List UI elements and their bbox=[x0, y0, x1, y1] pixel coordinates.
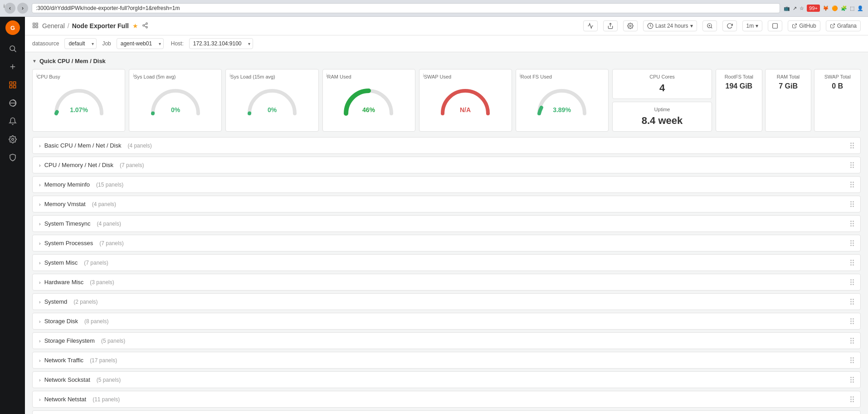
refresh-button[interactable] bbox=[722, 20, 737, 31]
section-dots-system-timesync[interactable] bbox=[850, 221, 854, 227]
section-dots-storage-disk[interactable] bbox=[850, 318, 854, 324]
sidebar-item-dashboards[interactable] bbox=[4, 77, 22, 93]
section-dots-memory-meminfo[interactable] bbox=[850, 182, 854, 187]
sidebar-item-search[interactable] bbox=[4, 40, 22, 57]
section-dots-network-netstat[interactable] bbox=[850, 396, 854, 402]
zoom-button[interactable] bbox=[702, 20, 717, 31]
github-button[interactable]: GitHub bbox=[788, 20, 820, 31]
section-dots-memory-vmstat[interactable] bbox=[850, 201, 854, 207]
section-header-system-timesync[interactable]: › System Timesync (4 panels) bbox=[33, 216, 860, 232]
cpu-busy-info[interactable]: i bbox=[36, 73, 37, 78]
back-button[interactable]: ‹ bbox=[5, 3, 15, 14]
chart-button[interactable] bbox=[583, 20, 598, 31]
cpu-cores-title: CPU Cores bbox=[617, 74, 707, 79]
svg-rect-28 bbox=[773, 24, 778, 29]
refresh-interval-button[interactable]: 1m ▾ bbox=[742, 20, 763, 31]
section-left-basic-cpu: › Basic CPU / Mem / Net / Disk (4 panels… bbox=[39, 142, 152, 149]
section-dots-network-traffic[interactable] bbox=[850, 357, 854, 363]
svg-line-30 bbox=[832, 24, 835, 27]
section-header-node-exporter[interactable]: › Node Exporter (2 panels) bbox=[33, 411, 860, 414]
section-header-storage-disk[interactable]: › Storage Disk (8 panels) bbox=[33, 313, 860, 329]
section-chevron-systemd: › bbox=[39, 299, 41, 305]
section-dots-cpu-memory[interactable] bbox=[850, 162, 854, 168]
sys-load-15m-gauge: 0% bbox=[230, 82, 313, 118]
section-dots-network-sockstat[interactable] bbox=[850, 377, 854, 383]
dots-icon-storage-filesystem bbox=[850, 338, 854, 344]
section-header-hardware-misc[interactable]: › Hardware Misc (3 panels) bbox=[33, 274, 860, 290]
section-memory-meminfo: › Memory Meminfo (15 panels) bbox=[32, 176, 861, 193]
favorite-icon[interactable]: ★ bbox=[132, 22, 138, 30]
section-dots-system-processes[interactable] bbox=[850, 240, 854, 246]
section-title-network-netstat: Network Netstat bbox=[44, 396, 86, 403]
root-fs-panel: i Root FS Used 3.89% bbox=[516, 69, 609, 132]
section-cpu-memory: › CPU / Memory / Net / Disk (7 panels) bbox=[32, 157, 861, 173]
share-icon[interactable] bbox=[142, 22, 148, 30]
sidebar-item-add[interactable] bbox=[4, 59, 22, 75]
grafana-logo[interactable]: G bbox=[5, 20, 20, 35]
section-count-memory-vmstat: (4 panels) bbox=[92, 201, 116, 207]
cpu-busy-title: CPU Busy bbox=[37, 74, 120, 79]
time-range-chevron: ▾ bbox=[690, 23, 693, 29]
dots-icon-system-misc bbox=[850, 260, 854, 266]
svg-rect-15 bbox=[36, 26, 38, 28]
dashboard-title: Node Exporter Full bbox=[72, 22, 129, 30]
section-dots-hardware-misc[interactable] bbox=[850, 279, 854, 285]
grafana-button[interactable]: Grafana bbox=[826, 20, 861, 31]
section-header-system-processes[interactable]: › System Processes (7 panels) bbox=[33, 235, 860, 251]
section-chevron-basic-cpu: › bbox=[39, 143, 41, 148]
section-header-basic-cpu[interactable]: › Basic CPU / Mem / Net / Disk (4 panels… bbox=[33, 138, 860, 153]
section-header-network-sockstat[interactable]: › Network Sockstat (5 panels) bbox=[33, 372, 860, 388]
sidebar: G bbox=[0, 17, 25, 414]
svg-rect-9 bbox=[13, 86, 15, 88]
quick-section-chevron: ▼ bbox=[32, 59, 37, 64]
ram-used-info[interactable]: i bbox=[327, 73, 327, 78]
root-fs-info[interactable]: i bbox=[520, 73, 521, 78]
section-basic-cpu: › Basic CPU / Mem / Net / Disk (4 panels… bbox=[32, 137, 861, 154]
section-header-memory-meminfo[interactable]: › Memory Meminfo (15 panels) bbox=[33, 177, 860, 192]
topbar: General / Node Exporter Full ★ bbox=[25, 17, 868, 35]
quick-section-header[interactable]: ▼ Quick CPU / Mem / Disk bbox=[32, 58, 861, 64]
section-header-network-netstat[interactable]: › Network Netstat (11 panels) bbox=[33, 391, 860, 407]
section-title-system-misc: System Misc bbox=[44, 259, 78, 266]
browser-url[interactable]: :3000/d/rYdddlPWk/node-exporter-full?org… bbox=[32, 3, 780, 13]
root-fs-gauge: 3.89% bbox=[521, 82, 604, 118]
svg-line-29 bbox=[794, 24, 797, 27]
swap-used-panel: i SWAP Used N/A bbox=[419, 69, 512, 132]
breadcrumb-home[interactable]: General bbox=[42, 22, 65, 30]
datasource-select[interactable]: default bbox=[64, 38, 97, 49]
section-dots-basic-cpu[interactable] bbox=[850, 143, 854, 148]
section-left-system-misc: › System Misc (7 panels) bbox=[39, 259, 108, 266]
section-header-network-traffic[interactable]: › Network Traffic (17 panels) bbox=[33, 352, 860, 368]
section-header-cpu-memory[interactable]: › CPU / Memory / Net / Disk (7 panels) bbox=[33, 157, 860, 173]
svg-point-2 bbox=[10, 46, 15, 51]
section-dots-systemd[interactable] bbox=[850, 299, 854, 305]
section-header-systemd[interactable]: › Systemd (2 panels) bbox=[33, 294, 860, 310]
settings-button[interactable] bbox=[623, 20, 638, 31]
section-left-system-timesync: › System Timesync (4 panels) bbox=[39, 220, 121, 227]
section-dots-system-misc[interactable] bbox=[850, 260, 854, 266]
sys-load-5m-info[interactable]: i bbox=[133, 73, 134, 78]
sidebar-item-security[interactable] bbox=[4, 149, 22, 166]
dots-icon-system-processes bbox=[850, 240, 854, 246]
host-select[interactable]: 172.31.32.104:9100 bbox=[189, 38, 253, 49]
sys-load-15m-info[interactable]: i bbox=[229, 73, 230, 78]
svg-point-11 bbox=[11, 138, 14, 141]
time-range-button[interactable]: Last 24 hours ▾ bbox=[643, 20, 697, 31]
section-title-system-processes: System Processes bbox=[44, 240, 93, 246]
share-dashboard-button[interactable] bbox=[603, 20, 618, 31]
job-select[interactable]: agent-web01 bbox=[117, 38, 164, 49]
section-title-network-sockstat: Network Sockstat bbox=[44, 376, 90, 383]
section-left-systemd: › Systemd (2 panels) bbox=[39, 298, 98, 305]
svg-point-17 bbox=[143, 25, 145, 26]
sidebar-item-settings[interactable] bbox=[4, 131, 22, 148]
swap-used-info[interactable]: i bbox=[423, 73, 424, 78]
svg-text:0%: 0% bbox=[171, 106, 180, 113]
forward-button[interactable]: › bbox=[17, 3, 28, 14]
section-header-system-misc[interactable]: › System Misc (7 panels) bbox=[33, 255, 860, 271]
sidebar-item-explore[interactable] bbox=[4, 95, 22, 111]
section-header-memory-vmstat[interactable]: › Memory Vmstat (4 panels) bbox=[33, 196, 860, 212]
sidebar-item-alerts[interactable] bbox=[4, 113, 22, 129]
section-dots-storage-filesystem[interactable] bbox=[850, 338, 854, 344]
panel-expand-button[interactable] bbox=[768, 20, 782, 31]
section-header-storage-filesystem[interactable]: › Storage Filesystem (5 panels) bbox=[33, 333, 860, 349]
